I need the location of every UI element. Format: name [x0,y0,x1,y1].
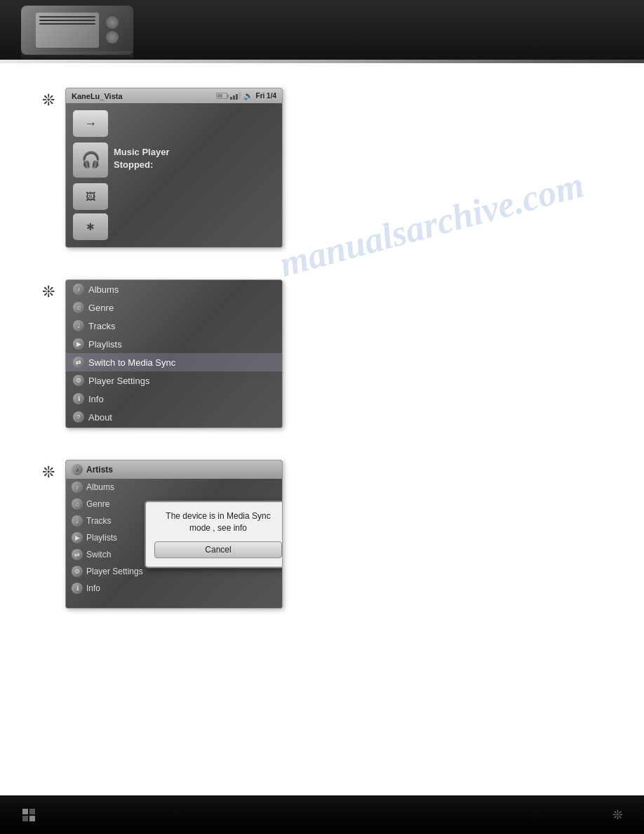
bluetooth-button[interactable]: ✱ [73,213,108,240]
p3-genre-label: Genre [86,499,109,509]
stopped-label: Stopped: [114,159,153,170]
menu-item-albums[interactable]: ♪ Albums [66,280,282,298]
section-2: ❊ ♪ Albums ♫ Genre ♩ Tracks ▶ Playlists [42,279,602,428]
dialog-message: The device is in Media Sync mode , see i… [154,510,282,534]
panel1-date: Fri 1/4 [256,92,276,100]
panel1-header: KaneLu_Vista 🔊 Fri 1/4 [66,88,282,103]
menu-item-tracks[interactable]: ♩ Tracks [66,317,282,335]
bottom-grid-icon [21,807,36,823]
menu-item-genre[interactable]: ♫ Genre [66,298,282,317]
menu-item-settings-label: Player Settings [88,376,149,386]
panel3-albums: ♪ Albums [66,479,282,496]
menu-item-about[interactable]: ? About [66,408,282,426]
settings-icon: ⚙ [73,375,84,386]
menu-item-about-label: About [88,412,112,423]
playlists-icon: ▶ [73,338,84,350]
menu-item-player-settings[interactable]: ⚙ Player Settings [66,371,282,390]
panel3-info: ℹ Info [66,580,282,597]
bullet-1: ❊ [42,91,55,110]
p3-playlists-icon: ▶ [72,532,83,543]
albums-icon: ♪ [73,284,84,295]
panel1-body: → 🎧 Music Player Stopped: 🖼 ✱ [66,103,282,247]
extra-buttons: 🖼 ✱ [73,183,275,240]
p3-switch-label: Switch [86,550,111,560]
headphone-icon[interactable]: 🎧 [73,143,108,178]
signal-bars-icon [230,93,241,100]
p3-settings-label: Player Settings [86,567,143,576]
panel1-header-right: 🔊 Fri 1/4 [216,91,276,100]
panel1-title: KaneLu_Vista [72,92,123,100]
switch-icon: ⇄ [73,357,84,368]
speaker-icon: 🔊 [243,91,253,100]
about-icon: ? [73,411,84,423]
menu-item-info[interactable]: ℹ Info [66,390,282,408]
grid-icon [22,809,35,821]
music-player-row: 🎧 Music Player Stopped: [73,143,275,178]
menu-item-playlists-label: Playlists [88,339,122,350]
section-1: ❊ KaneLu_Vista 🔊 Fri [42,88,602,248]
menu-item-switch-media-sync[interactable]: ⇄ Switch to Media Sync [66,353,282,371]
tracks-icon: ♩ [73,320,84,331]
device-image [21,2,147,62]
panel3-body: ♪ Artists ♪ Albums ♫ Genre ♩ Tracks ▶ [66,461,282,608]
panel3-artists-header: ♪ Artists [66,461,282,479]
menu-item-genre-label: Genre [88,303,114,313]
menu-item-tracks-label: Tracks [88,321,116,331]
menu-item-playlists[interactable]: ▶ Playlists [66,335,282,353]
back-button[interactable]: → [73,110,108,137]
p3-tracks-label: Tracks [86,516,112,526]
music-player-status: Music Player Stopped: [114,143,170,171]
media-sync-dialog: The device is in Media Sync mode , see i… [145,501,283,568]
bottom-asterisk-icon: ❊ [612,807,623,823]
bottom-bar: ❊ [0,795,644,834]
p3-switch-icon: ⇄ [72,549,83,560]
music-player-label: Music Player [114,147,170,157]
artists-icon: ♪ [72,464,83,475]
p3-info-label: Info [86,583,100,593]
genre-icon: ♫ [73,302,84,313]
p3-tracks-icon: ♩ [72,515,83,527]
p3-playlists-label: Playlists [86,533,117,543]
menu-item-switch-label: Switch to Media Sync [88,357,175,368]
panel-menu-list: ♪ Albums ♫ Genre ♩ Tracks ▶ Playlists ⇄ [65,279,283,428]
bullet-2: ❊ [42,283,55,301]
p3-genre-icon: ♫ [72,498,83,510]
dialog-cancel-button[interactable]: Cancel [154,541,282,558]
p3-settings-icon: ⚙ [72,566,83,577]
panel-music-player: KaneLu_Vista 🔊 Fri 1/4 [65,88,283,248]
header-bar [0,0,644,63]
p3-albums-label: Albums [86,482,114,492]
p3-albums-icon: ♪ [72,482,83,493]
menu-item-albums-label: Albums [88,284,119,295]
battery-icon [216,93,227,99]
media-button[interactable]: 🖼 [73,183,108,210]
bullet-3: ❊ [42,463,55,482]
menu-item-info-label: Info [88,394,104,404]
info-icon: ℹ [73,393,84,404]
p3-info-icon: ℹ [72,583,83,594]
panel3-header-label: Artists [86,465,113,475]
panel-dialog: ♪ Artists ♪ Albums ♫ Genre ♩ Tracks ▶ [65,460,283,609]
main-content: manualsarchive.com ❊ KaneLu_Vista [0,63,644,640]
section-3: ❊ ♪ Artists ♪ Albums ♫ Genre ♩ Track [42,460,602,609]
panel2-body: ♪ Albums ♫ Genre ♩ Tracks ▶ Playlists ⇄ [66,280,282,428]
